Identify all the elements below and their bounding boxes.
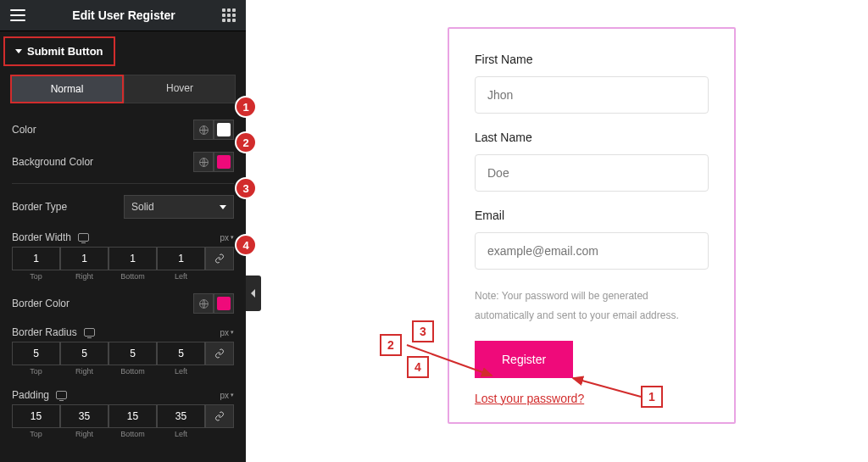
bw-top[interactable] [13,248,59,270]
globe-icon[interactable] [193,152,214,172]
password-note: Note: Your password will be generated au… [475,287,709,326]
border-type-value: Solid [131,201,154,213]
bw-left[interactable] [158,248,204,270]
pad-right[interactable] [61,405,108,427]
border-width-header: Border Width px ▾ [0,225,246,247]
arrow-icon [398,335,509,386]
br-right[interactable] [61,342,108,365]
border-color-swatch[interactable] [214,293,234,314]
arrow-icon [566,373,651,403]
border-color-label: Border Color [12,298,193,309]
responsive-icon[interactable] [78,233,89,242]
bg-color-swatch[interactable] [214,152,234,172]
chevron-down-icon [220,205,226,209]
border-width-inputs [0,247,246,270]
editor-panel: Edit User Register Submit Button Normal … [0,0,246,462]
color-label: Color [12,124,193,136]
annotation-badge: 1 [235,96,257,118]
tab-hover[interactable]: Hover [124,75,236,103]
menu-icon[interactable] [10,9,25,21]
section-submit-button[interactable]: Submit Button [3,36,115,66]
border-width-label: Border Width [12,231,71,243]
collapse-panel-button[interactable] [246,276,261,311]
padding-unit[interactable]: px ▾ [220,391,234,400]
caret-down-icon [15,49,22,53]
svg-line-4 [573,378,641,397]
border-type-label: Border Type [12,201,124,213]
link-values-icon[interactable] [205,404,234,428]
padding-label: Padding [12,389,49,401]
link-values-icon[interactable] [205,247,234,270]
last-name-label: Last Name [475,131,709,144]
first-name-input[interactable] [475,76,709,114]
bg-color-label: Background Color [12,156,193,168]
control-border-color: Border Color [0,287,246,320]
bw-right[interactable] [61,248,108,270]
apps-icon[interactable] [222,8,236,22]
responsive-icon[interactable] [56,391,67,399]
padding-header: Padding px ▾ [0,382,246,404]
first-name-label: First Name [475,53,709,66]
bw-bottom[interactable] [109,248,156,270]
br-bottom[interactable] [109,342,156,365]
state-tabs: Normal Hover [0,75,246,114]
svg-line-3 [407,345,492,376]
color-swatch[interactable] [214,120,234,140]
responsive-icon[interactable] [84,328,95,337]
br-left[interactable] [158,342,204,365]
annotation-badge: 3 [235,177,257,199]
email-label: Email [475,209,709,222]
border-radius-inputs [0,342,246,365]
border-radius-header: Border Radius px ▾ [0,320,246,342]
border-type-select[interactable]: Solid [124,195,234,219]
border-width-unit[interactable]: px ▾ [220,233,234,242]
padding-inputs [0,404,246,428]
globe-icon[interactable] [193,293,214,314]
annotation-badge: 4 [235,234,257,256]
pad-top[interactable] [13,405,59,427]
page-title: Edit User Register [72,8,175,22]
email-input[interactable] [475,232,709,270]
annotation-badge: 2 [235,131,257,153]
br-top[interactable] [13,342,59,365]
pad-left[interactable] [158,405,204,427]
link-values-icon[interactable] [205,342,234,365]
control-color: Color [0,114,246,146]
control-bg-color: Background Color [0,146,246,178]
section-title: Submit Button [27,45,103,58]
last-name-input[interactable] [475,154,709,192]
tab-normal[interactable]: Normal [10,75,124,103]
border-radius-label: Border Radius [12,326,77,338]
pad-bottom[interactable] [109,405,156,427]
border-radius-unit[interactable]: px ▾ [220,328,234,337]
control-border-type: Border Type Solid [0,189,246,225]
globe-icon[interactable] [193,120,214,140]
panel-header: Edit User Register [0,0,246,31]
